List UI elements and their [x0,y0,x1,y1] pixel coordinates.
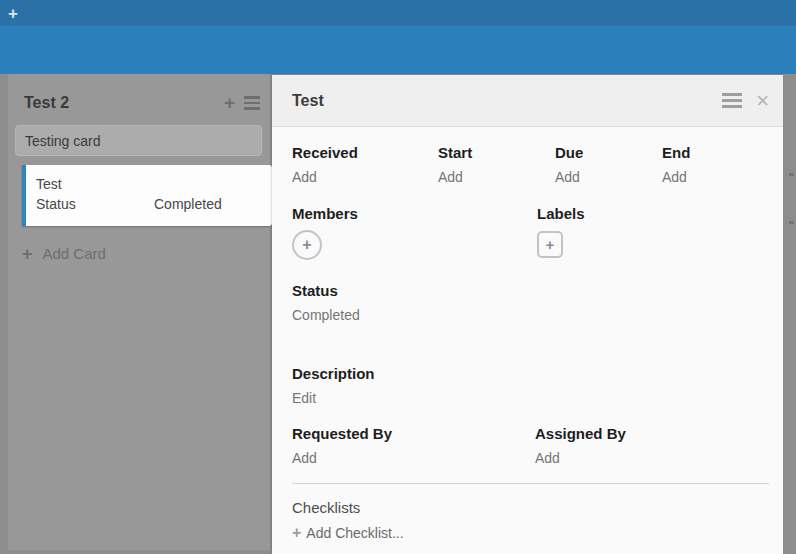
minicard-custom-field: Status Completed [36,194,272,214]
card-detail-title[interactable]: Test [292,92,722,110]
add-checklist-plus-icon: + [292,527,301,539]
add-checklist-label: Add Checklist... [306,525,403,541]
description-label: Description [292,365,769,382]
status-value: Completed [292,307,360,323]
board-header-bar [0,26,796,74]
card-detail-body: Received Add Start Add Due Add End Add [272,127,783,554]
add-label-button[interactable]: + [537,231,563,258]
obscured-list-icon-fragment [789,173,794,176]
due-add-link[interactable]: Add [555,169,580,185]
list-menu-icon[interactable] [244,96,260,110]
description-field: Description Edit [292,365,769,406]
add-card-plus-icon: + [22,247,33,261]
dates-row: Received Add Start Add Due Add End Add [292,144,769,185]
list-title[interactable]: Test 2 [24,94,224,112]
description-edit-link[interactable]: Edit [292,390,316,406]
members-label: Members [292,205,537,222]
members-labels-row: Members + Labels + [292,205,769,260]
minicard-field-label: Status [36,194,154,214]
list-test2: Test 2 + Testing card Test Status Comple… [8,74,270,550]
assigned-by-field: Assigned By Add [535,425,769,466]
add-member-plus-icon: + [302,236,311,254]
start-add-link[interactable]: Add [438,169,463,185]
list-header: Test 2 + [8,74,270,122]
due-date-field: Due Add [555,144,662,185]
add-card-button[interactable]: + Add Card [22,245,106,262]
obscured-list-icon-fragment [789,221,794,224]
received-add-link[interactable]: Add [292,169,317,185]
app-topbar: + [0,0,796,26]
card-composer-text: Testing card [25,133,100,149]
card-detail-header-icons: × [722,92,769,110]
list-header-icons: + [224,96,260,110]
minicard-test[interactable]: Test Status Completed [22,165,272,226]
start-label: Start [438,144,555,161]
checklists-label: Checklists [292,499,769,516]
add-card-label: Add Card [43,245,106,262]
requested-by-add-link[interactable]: Add [292,450,317,466]
due-label: Due [555,144,662,161]
board-canvas: Test 2 + Testing card Test Status Comple… [0,74,796,554]
status-field: Status Completed [292,282,769,323]
add-label-plus-icon: + [546,236,555,253]
received-date-field: Received Add [292,144,438,185]
start-date-field: Start Add [438,144,555,185]
assigned-by-add-link[interactable]: Add [535,450,560,466]
end-label: End [662,144,769,161]
end-date-field: End Add [662,144,769,185]
list-add-card-icon[interactable]: + [224,96,235,110]
card-detail-header: Test × [272,75,783,127]
add-member-button[interactable]: + [292,230,322,260]
card-menu-icon[interactable] [722,93,742,108]
checklists-section: Checklists + Add Checklist... [292,484,769,541]
labels-field: Labels + [537,205,769,260]
end-add-link[interactable]: Add [662,169,687,185]
members-field: Members + [292,205,537,260]
add-checklist-button[interactable]: + Add Checklist... [292,525,404,541]
card-detail-panel: Test × Received Add Start Add Due Add [272,75,783,554]
status-label: Status [292,282,769,299]
minicard-field-value: Completed [154,194,222,214]
labels-label: Labels [537,205,769,222]
requested-by-label: Requested By [292,425,535,442]
requested-by-field: Requested By Add [292,425,535,466]
minicard-title: Test [36,174,272,194]
close-icon[interactable]: × [756,92,769,110]
received-label: Received [292,144,438,161]
card-composer-input[interactable]: Testing card [15,125,262,156]
requested-assigned-row: Requested By Add Assigned By Add [292,425,769,466]
add-board-icon[interactable]: + [8,5,26,22]
assigned-by-label: Assigned By [535,425,769,442]
